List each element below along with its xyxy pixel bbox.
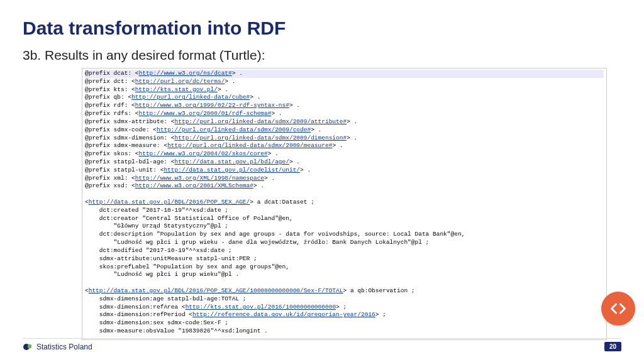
- brand-text: Statistics Poland: [36, 343, 92, 351]
- page-number-badge: 20: [604, 342, 621, 351]
- code-url: http://kts.stat.gov.pl/2016/100000000000…: [186, 304, 336, 310]
- code-url: http://www.w3.org/2000/01/rdf-schema#: [139, 110, 272, 117]
- code-url: http://kts.stat.gov.pl/: [135, 86, 218, 93]
- code-url: http://purl.org/linked-data/sdmx/2009/di…: [175, 134, 347, 141]
- code-url: http://purl.org/linked-data/sdmx/2009/co…: [157, 126, 311, 133]
- code-url: http://www.w3.org/2004/02/skos/core#: [139, 150, 268, 157]
- slide: Data transformation into RDF 3b. Results…: [0, 0, 644, 362]
- footer: Statistics Poland 20: [0, 338, 644, 354]
- brand-logo-icon: [23, 342, 33, 352]
- code-url: http://data.stat.gov.pl/codelist/unit/: [164, 167, 300, 173]
- code-url: http://purl.org/dc/terms/: [135, 78, 225, 85]
- slide-title: Data transformation into RDF: [23, 18, 621, 39]
- code-url: http://reference.data.gov.uk/id/gregoria…: [192, 311, 375, 318]
- code-url: http://www.w3.org/2001/XMLSchema#: [135, 182, 253, 189]
- footer-divider: [23, 338, 621, 339]
- code-url: http://data.stat.gov.pl/BDL/2016/POP_SEX…: [89, 287, 343, 294]
- code-url: http://purl.org/linked-data/sdmx/2009/at…: [175, 118, 347, 125]
- code-url: http://data.stat.gov.pl/BDL/2016/POP_SEX…: [89, 199, 250, 206]
- svg-point-1: [28, 344, 31, 348]
- turtle-code-block: @prefix dcat: <http://www.w3.org/ns/dcat…: [82, 68, 607, 340]
- slide-subtitle: 3b. Results in any desired format (Turtl…: [23, 48, 621, 63]
- code-url: http://data.stat.gov.pl/bdl/age/: [175, 158, 289, 165]
- code-url: http://purl.org/linked-data/cube#: [131, 94, 250, 101]
- code-url: http://purl.org/linked-data/sdmx/2009/me…: [167, 142, 332, 149]
- code-url: http://www.w3.org/XML/1998/namespace: [135, 175, 264, 182]
- code-url: http://www.w3.org/ns/dcat#: [139, 70, 232, 77]
- brand: Statistics Poland: [23, 342, 92, 352]
- code-url: http://www.w3.org/1999/02/22-rdf-syntax-…: [135, 102, 289, 109]
- code-icon: [601, 292, 635, 326]
